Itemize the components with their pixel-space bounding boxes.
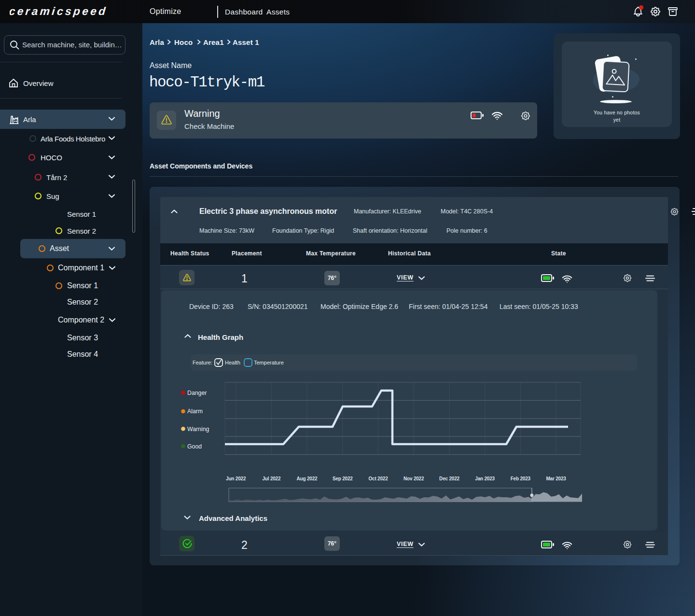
svg-text:Feb 2023: Feb 2023 [511,476,531,481]
svg-text:Aug 2022: Aug 2022 [297,476,318,481]
svg-text:Jan 2023: Jan 2023 [475,476,495,481]
svg-text:Mar 2023: Mar 2023 [546,476,566,481]
svg-text:Warning: Warning [187,426,209,433]
svg-text:Oct 2022: Oct 2022 [368,476,388,481]
svg-text:ceramicspeed: ceramicspeed [10,5,108,17]
svg-text:Sep 2022: Sep 2022 [333,476,353,481]
svg-text:Jun 2022: Jun 2022 [226,476,246,481]
svg-text:Nov 2022: Nov 2022 [403,476,424,481]
svg-text:Alarm: Alarm [187,408,203,415]
svg-text:Danger: Danger [187,390,207,396]
svg-text:Good: Good [187,443,202,450]
svg-text:Jul 2022: Jul 2022 [262,476,281,481]
svg-text:Dec 2022: Dec 2022 [439,476,459,481]
